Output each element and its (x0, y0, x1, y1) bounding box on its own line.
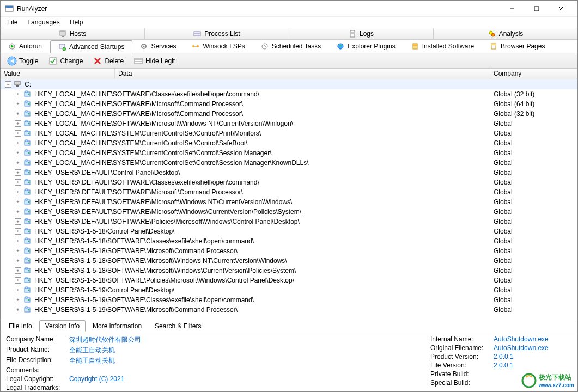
expander-icon[interactable]: + (15, 160, 21, 166)
expander-icon[interactable]: + (15, 169, 21, 176)
product-name-value: 全能王自动关机 (69, 346, 115, 355)
tab-hosts[interactable]: Hosts (1, 28, 145, 39)
expander-icon[interactable]: + (15, 111, 21, 117)
tree-row[interactable]: +HKEY_LOCAL_MACHINE\SOFTWARE\Microsoft\C… (1, 99, 577, 109)
expander-icon[interactable]: + (15, 101, 21, 107)
svg-point-109 (28, 309, 30, 311)
delete-button[interactable]: Delete (89, 55, 127, 67)
computer-icon (14, 80, 22, 89)
minimize-button[interactable] (500, 1, 524, 16)
subtab-browser-pages[interactable]: Browser Pages (482, 40, 553, 53)
col-header-company[interactable]: Company (490, 69, 577, 79)
change-button[interactable]: Change (45, 55, 86, 67)
menu-help[interactable]: Help (65, 17, 88, 27)
maximize-button[interactable] (524, 1, 549, 16)
expander-icon[interactable]: + (15, 307, 21, 313)
tree-row[interactable]: +HKEY_USERS\S-1-5-18\SOFTWARE\Microsoft\… (1, 256, 577, 266)
svg-rect-81 (26, 218, 27, 220)
tree-row[interactable]: +HKEY_USERS\S-1-5-19\SOFTWARE\Classes\ex… (1, 295, 577, 305)
expander-icon[interactable]: + (15, 209, 21, 215)
expander-icon[interactable]: + (15, 287, 21, 293)
expander-icon[interactable]: + (15, 218, 21, 225)
clock-icon (261, 42, 269, 50)
tree-row[interactable]: +HKEY_USERS\S-1-5-18\SOFTWARE\Policies\M… (1, 275, 577, 285)
tree-area[interactable]: − C: +HKEY_LOCAL_MACHINE\SOFTWARE\Classe… (1, 79, 577, 318)
subtab-autorun[interactable]: Autorun (1, 40, 50, 53)
expander-icon[interactable]: + (15, 238, 21, 244)
subtab-services[interactable]: Services (132, 40, 184, 53)
expander-icon[interactable]: + (15, 258, 21, 264)
btab-search-filters[interactable]: Search & Filters (149, 320, 207, 332)
subtab-winsock-lsps[interactable]: Winsock LSPs (184, 40, 253, 53)
row-company: Global (490, 267, 577, 274)
subtab-explorer-plugins[interactable]: Explorer Plugins (329, 40, 403, 53)
expander-icon[interactable]: + (15, 199, 21, 205)
tree-row[interactable]: +HKEY_USERS\S-1-5-18\SOFTWARE\Microsoft\… (1, 246, 577, 256)
tree-row[interactable]: +HKEY_LOCAL_MACHINE\SOFTWARE\Classes\exe… (1, 89, 577, 99)
tab-process-list[interactable]: Process List (145, 28, 289, 39)
expander-icon[interactable]: + (15, 179, 21, 186)
svg-point-43 (28, 94, 30, 95)
expander-icon[interactable]: + (15, 228, 21, 235)
expander-icon[interactable]: + (15, 120, 21, 127)
expander-icon[interactable]: + (15, 130, 21, 137)
network-icon (192, 42, 199, 50)
subtab-label: Browser Pages (501, 42, 545, 50)
tree-row[interactable]: +HKEY_USERS\.DEFAULT\SOFTWARE\Classes\ex… (1, 177, 577, 187)
tree-row[interactable]: +HKEY_LOCAL_MACHINE\SYSTEM\CurrentContro… (1, 148, 577, 158)
tree-row[interactable]: +HKEY_LOCAL_MACHINE\SYSTEM\CurrentContro… (1, 138, 577, 148)
subtab-installed-software[interactable]: Installed Software (404, 40, 482, 53)
btab-more-information[interactable]: More information (87, 320, 148, 332)
tree-row[interactable]: +HKEY_LOCAL_MACHINE\SYSTEM\CurrentContro… (1, 128, 577, 138)
tree-row[interactable]: +HKEY_LOCAL_MACHINE\SOFTWARE\Microsoft\W… (1, 119, 577, 128)
tree-row[interactable]: +HKEY_USERS\.DEFAULT\SOFTWARE\Microsoft\… (1, 207, 577, 217)
expander-icon[interactable]: − (5, 81, 11, 88)
row-value: HKEY_USERS\.DEFAULT\SOFTWARE\Microsoft\C… (34, 188, 243, 196)
tree-row[interactable]: +HKEY_LOCAL_MACHINE\SYSTEM\CurrentContro… (1, 158, 577, 168)
menu-languages[interactable]: Languages (23, 17, 64, 27)
expander-icon[interactable]: + (15, 297, 21, 303)
tree-row[interactable]: +HKEY_USERS\.DEFAULT\Control Panel\Deskt… (1, 168, 577, 177)
tree-root-row[interactable]: − C: (1, 79, 577, 89)
tree-row[interactable]: +HKEY_USERS\.DEFAULT\SOFTWARE\Microsoft\… (1, 197, 577, 207)
svg-point-61 (28, 152, 30, 154)
tab-label: Hosts (70, 30, 87, 38)
registry-icon (23, 237, 32, 246)
expander-icon[interactable]: + (15, 267, 21, 274)
menu-file[interactable]: File (3, 17, 22, 27)
row-value: HKEY_USERS\S-1-5-19\Control Panel\Deskto… (34, 286, 174, 294)
row-value: HKEY_LOCAL_MACHINE\SOFTWARE\Microsoft\Co… (34, 100, 243, 108)
btab-file-info[interactable]: File Info (3, 320, 38, 332)
col-header-data[interactable]: Data (115, 69, 490, 79)
svg-rect-3 (534, 7, 539, 11)
row-company: Global (490, 169, 577, 176)
col-header-value[interactable]: Value (1, 69, 115, 79)
tree-row[interactable]: +HKEY_USERS\S-1-5-18\SOFTWARE\Microsoft\… (1, 266, 577, 275)
expander-icon[interactable]: + (15, 140, 21, 146)
expander-icon[interactable]: + (15, 248, 21, 254)
app-icon (5, 4, 14, 13)
subtab-advanced-startups[interactable]: Advanced Startups (50, 40, 132, 53)
expander-icon[interactable]: + (15, 189, 21, 195)
expander-icon[interactable]: + (15, 150, 21, 156)
package-icon (411, 42, 419, 50)
tree-row[interactable]: +HKEY_USERS\S-1-5-18\Control Panel\Deskt… (1, 226, 577, 236)
tab-logs[interactable]: Logs (289, 28, 434, 39)
tree-row[interactable]: +HKEY_USERS\S-1-5-19\Control Panel\Deskt… (1, 285, 577, 295)
row-value: HKEY_USERS\.DEFAULT\SOFTWARE\Microsoft\W… (34, 198, 292, 206)
tree-row[interactable]: +HKEY_LOCAL_MACHINE\SOFTWARE\Microsoft\C… (1, 109, 577, 119)
toggle-button[interactable]: Toggle (4, 55, 41, 67)
tab-analysis[interactable]: Analysis (434, 28, 577, 39)
subtab-scheduled-tasks[interactable]: Scheduled Tasks (253, 40, 330, 53)
tree-row[interactable]: +HKEY_USERS\.DEFAULT\SOFTWARE\Policies\M… (1, 217, 577, 226)
svg-rect-1 (5, 6, 13, 8)
close-button[interactable] (549, 1, 573, 16)
tree-row[interactable]: +HKEY_USERS\S-1-5-19\SOFTWARE\Microsoft\… (1, 305, 577, 315)
hide-legit-button[interactable]: Hide Legit (130, 55, 178, 67)
registry-icon (23, 109, 32, 118)
expander-icon[interactable]: + (15, 91, 21, 97)
expander-icon[interactable]: + (15, 277, 21, 284)
tree-row[interactable]: +HKEY_USERS\.DEFAULT\SOFTWARE\Microsoft\… (1, 187, 577, 197)
btab-version-info[interactable]: Version Info (39, 320, 86, 332)
tree-row[interactable]: +HKEY_USERS\S-1-5-18\SOFTWARE\Classes\ex… (1, 236, 577, 246)
